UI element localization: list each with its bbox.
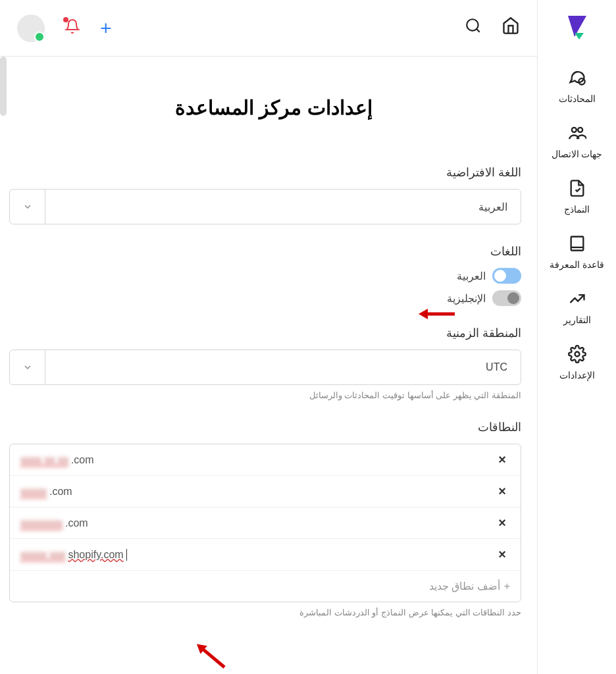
- sidebar: المحادثات جهات الاتصال النماذج قاعدة الم…: [537, 0, 616, 674]
- domains-box: xxxx xx xx.com × xxxxx.com × xxxxxxxx.co…: [9, 444, 521, 602]
- forms-icon: [568, 179, 586, 200]
- reports-icon: [568, 290, 586, 311]
- languages-label: اللغات: [9, 244, 521, 259]
- topbar: +: [0, 0, 537, 57]
- chevron-down-icon: [10, 190, 45, 224]
- close-icon[interactable]: ×: [494, 452, 510, 467]
- default-language-select[interactable]: العربية: [9, 189, 521, 224]
- svg-line-9: [476, 29, 480, 32]
- avatar[interactable]: [17, 14, 45, 42]
- toggle-arabic[interactable]: [492, 268, 521, 284]
- main: + إعدادات مركز المساعدة اللغة الافتراضية…: [0, 0, 537, 674]
- domains-field: النطاقات xxxx xx xx.com × xxxxx.com × xx…: [9, 420, 521, 617]
- sidebar-item-settings[interactable]: الإعدادات: [538, 337, 616, 392]
- domain-row: xxxx xx xx.com ×: [10, 444, 521, 476]
- svg-marker-1: [575, 33, 584, 39]
- domain-text: xxxx xx xx.com: [20, 454, 94, 466]
- toggle-english[interactable]: [492, 290, 521, 306]
- svg-point-4: [578, 128, 582, 132]
- nav-label: جهات الاتصال: [552, 149, 603, 159]
- language-english-row: الإنجليزية: [9, 290, 521, 306]
- languages-field: اللغات العربية الإنجليزية: [9, 244, 521, 306]
- close-icon[interactable]: ×: [494, 484, 510, 499]
- domain-row: xxxxxxxx.com ×: [10, 507, 521, 539]
- annotation-arrow-icon: [189, 637, 233, 674]
- add-domain-button[interactable]: + أضف نطاق جديد: [10, 571, 521, 602]
- timezone-select[interactable]: UTC: [9, 350, 521, 385]
- toggle-label: الإنجليزية: [447, 292, 486, 305]
- knowledge-icon: [568, 234, 586, 255]
- nav-label: قاعدة المعرفة: [550, 259, 604, 270]
- contacts-icon: [568, 124, 586, 145]
- close-icon[interactable]: ×: [494, 515, 510, 531]
- content: إعدادات مركز المساعدة اللغة الافتراضية ا…: [0, 57, 537, 674]
- chevron-down-icon: [10, 350, 45, 384]
- domain-text: xxxxx.com: [20, 486, 72, 498]
- sidebar-item-knowledge[interactable]: قاعدة المعرفة: [538, 226, 616, 282]
- timezone-field: المنطقة الزمنية UTC المنطقة التي يظهر عل…: [9, 326, 521, 400]
- sidebar-item-conversations[interactable]: المحادثات: [538, 61, 616, 116]
- select-value: UTC: [486, 361, 507, 373]
- search-icon[interactable]: [465, 17, 482, 39]
- nav-label: النماذج: [564, 204, 590, 215]
- nav-label: التقارير: [563, 315, 591, 325]
- sidebar-item-contacts[interactable]: جهات الاتصال: [538, 116, 616, 171]
- settings-icon: [568, 345, 586, 366]
- notification-icon[interactable]: [64, 18, 80, 38]
- svg-rect-5: [571, 237, 583, 251]
- nav-label: الإعدادات: [559, 370, 595, 380]
- close-icon[interactable]: ×: [494, 547, 510, 562]
- sidebar-item-reports[interactable]: التقارير: [538, 282, 616, 337]
- toggle-label: العربية: [457, 270, 486, 282]
- chat-icon: [568, 68, 586, 90]
- domain-row: xxxxx.com ×: [10, 476, 521, 507]
- language-arabic-row: العربية: [9, 268, 521, 284]
- timezone-label: المنطقة الزمنية: [9, 326, 521, 340]
- sidebar-item-forms[interactable]: النماذج: [538, 171, 616, 226]
- nav-label: المحادثات: [559, 93, 596, 104]
- domain-row: xxxxx xxxshopify.com ×: [10, 539, 521, 571]
- svg-line-12: [202, 648, 224, 667]
- domains-help: حدد النطاقات التي يمكنها عرض النماذج أو …: [9, 608, 521, 617]
- svg-point-8: [467, 19, 478, 30]
- domains-label: النطاقات: [9, 420, 521, 434]
- add-icon[interactable]: +: [100, 17, 112, 39]
- svg-point-3: [571, 128, 576, 132]
- domain-text: xxxxxxxx.com: [20, 517, 88, 529]
- timezone-help: المنطقة التي يظهر على أساسها توقيت المحا…: [9, 390, 521, 400]
- svg-point-7: [575, 352, 579, 357]
- default-language-field: اللغة الافتراضية العربية: [9, 165, 521, 224]
- home-icon[interactable]: [501, 16, 520, 39]
- plus-icon: +: [504, 581, 510, 592]
- select-value: العربية: [478, 201, 507, 213]
- default-language-label: اللغة الافتراضية: [9, 165, 521, 180]
- svg-marker-13: [193, 640, 207, 654]
- page-title: إعدادات مركز المساعدة: [0, 96, 521, 119]
- domain-text: xxxxx xxxshopify.com: [20, 549, 127, 561]
- add-domain-label: أضف نطاق جديد: [429, 580, 500, 592]
- logo: [563, 12, 592, 41]
